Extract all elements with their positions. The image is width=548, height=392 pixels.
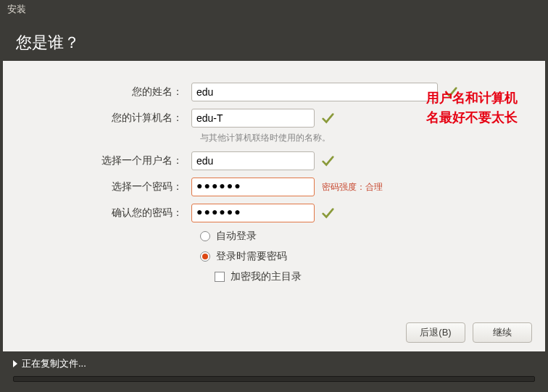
checkmark-icon: [320, 154, 335, 168]
computer-label: 您的计算机名：: [3, 112, 191, 125]
titlebar: 安装: [0, 0, 548, 19]
continue-button[interactable]: 继续: [473, 322, 532, 343]
footer: 正在复制文件...: [0, 351, 548, 392]
page-header: 您是谁？: [0, 19, 548, 61]
annotation-line2: 名最好不要太长: [426, 108, 518, 128]
computer-input[interactable]: [191, 109, 315, 128]
annotation-text: 用户名和计算机 名最好不要太长: [426, 88, 518, 128]
name-label: 您的姓名：: [3, 86, 191, 99]
password-label: 选择一个密码：: [3, 180, 191, 193]
status-text: 正在复制文件...: [22, 357, 86, 370]
username-label: 选择一个用户名：: [3, 154, 191, 167]
computer-hint: 与其他计算机联络时使用的名称。: [200, 132, 545, 144]
page-title: 您是谁？: [16, 33, 80, 51]
checkmark-icon: [320, 206, 335, 220]
back-button[interactable]: 后退(B): [406, 322, 465, 343]
progress-fill: [14, 377, 212, 381]
checkbox-icon: [215, 272, 225, 282]
encrypt-home-checkbox[interactable]: 加密我的主目录: [200, 269, 545, 285]
password-strength: 密码强度：合理: [322, 181, 383, 193]
encrypt-home-label: 加密我的主目录: [231, 270, 302, 283]
password-input[interactable]: ●●●●●●: [191, 178, 315, 196]
checkmark-icon: [320, 111, 335, 125]
username-input[interactable]: [191, 151, 315, 170]
confirm-label: 确认您的密码：: [3, 207, 191, 220]
radio-icon: [200, 251, 210, 262]
annotation-line1: 用户名和计算机: [426, 88, 518, 108]
require-password-radio[interactable]: 登录时需要密码: [200, 249, 545, 264]
radio-icon: [200, 231, 210, 241]
installer-window: 安装 您是谁？ 您的姓名： 您的计算机名： 与其他计算机联络时使用的名称。 选择…: [0, 0, 548, 392]
content-area: 您的姓名： 您的计算机名： 与其他计算机联络时使用的名称。 选择一个用户名： 选…: [3, 61, 545, 351]
require-password-label: 登录时需要密码: [216, 250, 287, 263]
auto-login-label: 自动登录: [216, 230, 257, 243]
triangle-icon: [13, 360, 17, 367]
confirm-input[interactable]: ●●●●●●: [191, 204, 315, 222]
name-input[interactable]: [191, 83, 438, 101]
auto-login-radio[interactable]: 自动登录: [200, 228, 545, 244]
progress-bar: [13, 376, 535, 382]
window-title: 安装: [7, 4, 26, 14]
